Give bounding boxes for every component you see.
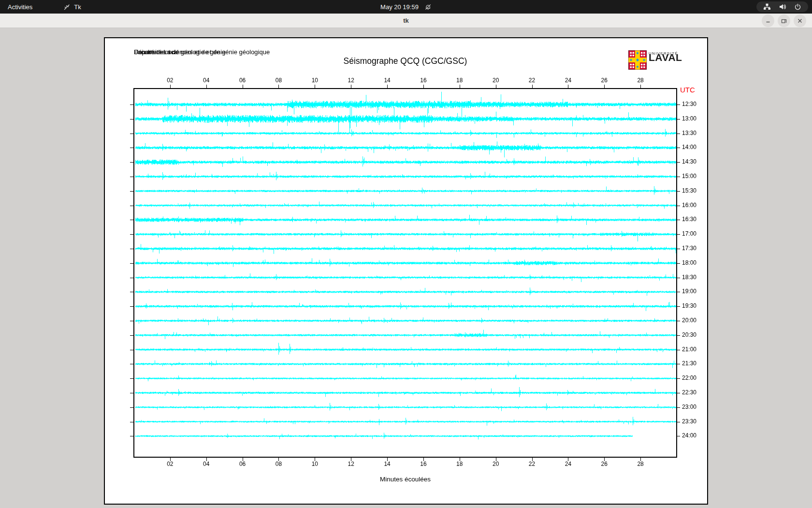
x-tick-label-top: 20 — [489, 77, 503, 84]
minimize-button[interactable] — [762, 15, 774, 27]
trace-time-label: 22:00 — [682, 374, 696, 382]
tk-feather-icon — [63, 3, 71, 11]
trace-time-label: 13:30 — [682, 130, 696, 137]
x-tick-label-bottom: 12 — [344, 461, 358, 467]
trace-time-label: 19:30 — [682, 302, 696, 310]
gnome-top-bar: Activities Tk May 20 19:59 — [0, 0, 812, 14]
header-line-3: Université Laval — [134, 48, 179, 57]
x-tick-label-top: 24 — [561, 77, 575, 84]
x-tick-label-bottom: 02 — [163, 461, 177, 467]
window-titlebar: tk — [0, 14, 812, 28]
trace-time-label: 23:00 — [682, 403, 696, 411]
x-tick-label-bottom: 20 — [489, 461, 503, 467]
trace-time-label: 21:00 — [682, 346, 696, 353]
trace-time-label: 23:30 — [682, 418, 696, 425]
window-title: tk — [0, 14, 812, 28]
trace-time-label: 21:30 — [682, 360, 696, 367]
x-tick-label-top: 22 — [525, 77, 539, 84]
x-tick-label-bottom: 24 — [561, 461, 575, 467]
utc-axis-label: UTC — [680, 86, 695, 94]
x-tick-label-top: 04 — [200, 77, 213, 84]
x-tick-label-top: 28 — [634, 77, 647, 84]
x-tick-label-bottom: 16 — [417, 461, 430, 467]
trace-time-label: 14:30 — [682, 158, 696, 165]
x-tick-label-bottom: 28 — [634, 461, 647, 467]
universite-laval-logo: UNIVERSITÉ LAVAL — [628, 50, 691, 70]
trace-time-label: 12:30 — [682, 101, 696, 108]
x-tick-label-bottom: 14 — [380, 461, 394, 467]
activities-button[interactable]: Activities — [0, 0, 40, 14]
clock-text: May 20 19:59 — [380, 3, 419, 11]
trace-time-label: 22:30 — [682, 389, 696, 396]
trace-time-label: 17:30 — [682, 245, 696, 252]
trace-time-label: 16:30 — [682, 216, 696, 223]
x-tick-label-top: 16 — [417, 77, 430, 84]
x-tick-label-top: 18 — [453, 77, 466, 84]
x-tick-label-bottom: 22 — [525, 461, 539, 467]
trace-time-label: 15:30 — [682, 187, 696, 194]
plot-title: Séismographe QCQ (CGC/GSC) — [134, 56, 677, 66]
focused-app-name: Tk — [74, 3, 81, 11]
trace-time-label: 19:00 — [682, 288, 696, 295]
x-tick-label-bottom: 18 — [453, 461, 466, 467]
network-icon — [763, 3, 771, 11]
trace-time-label: 17:00 — [682, 230, 696, 238]
laval-shield-icon — [628, 50, 647, 70]
x-tick-label-top: 12 — [344, 77, 358, 84]
x-tick-label-bottom: 10 — [308, 461, 321, 467]
x-tick-label-top: 02 — [163, 77, 177, 84]
maximize-button[interactable] — [778, 15, 790, 27]
x-tick-label-bottom: 06 — [236, 461, 249, 467]
x-tick-label-bottom: 26 — [597, 461, 611, 467]
trace-time-label: 16:00 — [682, 202, 696, 209]
x-tick-label-top: 08 — [272, 77, 285, 84]
x-axis-title: Minutes écoulées — [134, 476, 677, 483]
x-tick-label-top: 10 — [308, 77, 321, 84]
trace-time-label: 15:00 — [682, 173, 696, 180]
x-tick-label-top: 14 — [380, 77, 394, 84]
seismogram-panel: Département de géologie et de génie géol… — [104, 37, 708, 505]
x-tick-label-top: 06 — [236, 77, 249, 84]
laval-wordmark-bottom: LAVAL — [649, 52, 682, 63]
x-tick-label-top: 26 — [597, 77, 611, 84]
x-tick-label-bottom: 04 — [200, 461, 213, 467]
tk-app-background: Département de géologie et de génie géol… — [0, 29, 812, 508]
trace-time-label: 18:00 — [682, 259, 696, 267]
trace-time-label: 20:00 — [682, 317, 696, 324]
activities-label: Activities — [8, 3, 32, 11]
focused-app-indicator[interactable]: Tk — [63, 3, 81, 11]
trace-time-label: 20:30 — [682, 331, 696, 339]
trace-time-label: 24:00 — [682, 432, 696, 439]
close-button[interactable] — [794, 15, 806, 27]
trace-time-label: 14:00 — [682, 144, 696, 151]
x-tick-label-bottom: 08 — [272, 461, 285, 467]
power-icon — [794, 3, 801, 11]
system-status-menu[interactable] — [756, 1, 808, 12]
clock-menu[interactable]: May 20 19:59 — [380, 3, 432, 11]
seismogram-traces-canvas — [105, 38, 707, 504]
volume-icon — [779, 3, 786, 11]
trace-time-label: 13:00 — [682, 115, 696, 122]
bell-slash-icon — [424, 3, 432, 11]
trace-time-label: 18:30 — [682, 274, 696, 281]
